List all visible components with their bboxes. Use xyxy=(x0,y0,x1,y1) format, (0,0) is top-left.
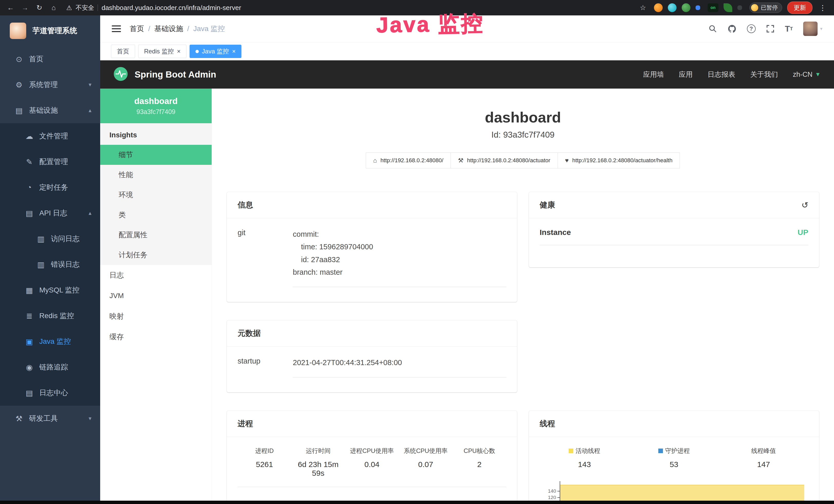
language-select[interactable]: zh-CN ▼ xyxy=(793,71,821,78)
sidebar-item-redis-monitor[interactable]: ≣ Redis 监控 xyxy=(0,303,100,329)
history-icon[interactable]: ↺ xyxy=(802,200,808,210)
sidebar-item-home[interactable]: ⊙ 首页 xyxy=(0,46,100,72)
sidebar-item-error-logs[interactable]: ▥ 错误日志 xyxy=(0,252,100,277)
legend-cell: 守护进程 53 xyxy=(629,447,719,469)
sidebar-item-api-logs[interactable]: ▤ API 日志 ▴ xyxy=(0,200,100,226)
back-icon[interactable]: ← xyxy=(5,2,17,14)
sba-item-details[interactable]: 细节 xyxy=(100,145,212,165)
tab-label: 首页 xyxy=(117,47,129,55)
sidebar-item-mysql-monitor[interactable]: ▦ MySQL 监控 xyxy=(0,277,100,303)
sidebar-item-tracing[interactable]: ◉ 链路追踪 xyxy=(0,354,100,380)
nav-item-about[interactable]: 关于我们 xyxy=(750,70,778,79)
sba-item-performance[interactable]: 性能 xyxy=(100,165,212,185)
breadcrumb-item[interactable]: 首页 xyxy=(130,24,144,33)
breadcrumb-item[interactable]: 基础设施 xyxy=(154,24,183,33)
search-icon[interactable] xyxy=(708,24,717,33)
sba-item-jvm[interactable]: JVM xyxy=(100,285,212,306)
app-logo[interactable]: 芋道管理系统 xyxy=(0,16,100,46)
nav-item-journal[interactable]: 日志报表 xyxy=(708,70,736,79)
extensions-puzzle-icon[interactable] xyxy=(738,5,742,10)
topbar: 首页 / 基础设施 / Java 监控 ? xyxy=(100,16,834,42)
sba-item-classes[interactable]: 类 xyxy=(100,205,212,225)
sidebar-item-infrastructure[interactable]: ▤ 基础设施 ▴ xyxy=(0,97,100,123)
tag-tabbar: 首页 Redis 监控 × Java 监控 × xyxy=(100,42,834,60)
github-icon[interactable] xyxy=(727,24,737,33)
chevron-down-icon: ▾ xyxy=(820,26,822,31)
window-bottom-edge xyxy=(0,501,834,504)
tick-mark xyxy=(557,497,560,498)
sba-item-logs[interactable]: 日志 xyxy=(100,265,212,285)
database-grid-icon: ▦ xyxy=(24,286,34,295)
card-body: 进程ID 5261 运行时间 6d 23h 15m 59s 进程CPU使用率 xyxy=(227,437,517,502)
sidebar-item-file-mgmt[interactable]: ☁ 文件管理 xyxy=(0,123,100,149)
sba-item-scheduled-tasks[interactable]: 计划任务 xyxy=(100,245,212,265)
paused-label: 已暂停 xyxy=(761,4,778,12)
sidebar-item-label: 基础设施 xyxy=(29,106,58,115)
extension-on-badge[interactable]: on xyxy=(708,3,719,12)
extension-icon[interactable] xyxy=(696,5,700,10)
sidebar-item-system-mgmt[interactable]: ⚙ 系统管理 ▾ xyxy=(0,72,100,97)
sidebar-item-access-logs[interactable]: ▥ 访问日志 xyxy=(0,226,100,252)
document-icon: ▥ xyxy=(36,234,46,244)
sidebar-item-label: 访问日志 xyxy=(51,234,80,244)
instance-header[interactable]: dashboard 93a3fc7f7409 xyxy=(100,89,212,123)
nav-item-applications[interactable]: 应用 xyxy=(679,70,693,79)
user-menu[interactable]: ▾ xyxy=(803,22,822,36)
update-button[interactable]: 更新 xyxy=(787,2,812,14)
extension-icon[interactable] xyxy=(668,3,677,12)
link-url: http://192.168.0.2:48080/actuator xyxy=(467,157,550,164)
tick-mark xyxy=(557,491,560,491)
forward-icon[interactable]: → xyxy=(19,2,31,14)
tab-home[interactable]: 首页 xyxy=(111,45,135,58)
hamburger-icon[interactable] xyxy=(112,25,121,32)
health-link[interactable]: ♥ http://192.168.0.2:48080/actuator/heal… xyxy=(557,153,680,168)
sba-item-config-properties[interactable]: 配置属性 xyxy=(100,225,212,245)
sidebar-item-log-center[interactable]: ▤ 日志中心 xyxy=(0,380,100,406)
nav-item-wallboard[interactable]: 应用墙 xyxy=(643,70,664,79)
extension-icon[interactable] xyxy=(654,3,663,12)
info-key: git xyxy=(238,228,293,287)
address-bar[interactable]: ⚠ 不安全 dashboard.yudao.iocoder.cn/infra/a… xyxy=(66,4,634,12)
sidebar-item-scheduled-jobs[interactable]: ◔ 定时任务 xyxy=(0,175,100,200)
sidebar-item-config-mgmt[interactable]: ✎ 配置管理 xyxy=(0,149,100,175)
extension-icon[interactable] xyxy=(682,3,690,12)
sidebar-item-dev-tools[interactable]: ⚒ 研发工具 ▾ xyxy=(0,406,100,431)
legend-value: 143 xyxy=(540,460,629,469)
document-icon: ▤ xyxy=(24,388,34,397)
sba-item-caches[interactable]: 缓存 xyxy=(100,327,212,347)
instance-root-link[interactable]: ⌂ http://192.168.0.2:48080/ xyxy=(366,153,451,168)
app-window: 芋道管理系统 ⊙ 首页 ⚙ 系统管理 ▾ ▤ 基础设施 ▴ ☁ 文件管理 ✎ xyxy=(0,16,834,504)
help-icon[interactable]: ? xyxy=(747,24,756,33)
sidebar-item-java-monitor[interactable]: ▣ Java 监控 xyxy=(0,329,100,354)
close-icon[interactable]: × xyxy=(232,48,236,54)
bookmark-star-icon[interactable]: ☆ xyxy=(637,2,649,14)
sba-item-mappings[interactable]: 映射 xyxy=(100,306,212,327)
link-url: http://192.168.0.2:48080/actuator/health xyxy=(572,157,673,164)
page-title: dashboard xyxy=(227,109,819,126)
document-icon: ▤ xyxy=(24,209,34,218)
kebab-menu-icon[interactable]: ⋮ xyxy=(817,4,828,12)
instance-links: ⌂ http://192.168.0.2:48080/ ⚒ http://192… xyxy=(227,153,819,168)
tab-java-monitor[interactable]: Java 监控 × xyxy=(190,45,241,58)
actuator-link[interactable]: ⚒ http://192.168.0.2:48080/actuator xyxy=(451,153,558,168)
card-title-text: 健康 xyxy=(540,200,555,210)
font-size-icon[interactable] xyxy=(785,24,793,33)
close-icon[interactable]: × xyxy=(177,48,180,54)
logo-image xyxy=(10,23,26,39)
cloud-icon: ☁ xyxy=(24,132,34,141)
threads-legend: 活动线程 143 守护进程 53 线程峰值 14 xyxy=(540,447,808,469)
fullscreen-icon[interactable] xyxy=(766,24,775,33)
metric-cell: 进程ID 5261 xyxy=(238,447,291,478)
sba-main: dashboard Id: 93a3fc7f7409 ⌂ http://192.… xyxy=(212,89,834,504)
home-icon[interactable]: ⌂ xyxy=(48,2,60,14)
language-label: zh-CN xyxy=(793,71,813,78)
tab-redis-monitor[interactable]: Redis 监控 × xyxy=(138,45,186,58)
security-label: 不安全 xyxy=(75,4,94,12)
metric-value: 0.04 xyxy=(345,460,399,469)
eye-icon: ◉ xyxy=(24,363,34,372)
tab-label: Java 监控 xyxy=(202,47,229,55)
refresh-icon[interactable]: ↻ xyxy=(34,2,45,14)
extension-icon[interactable] xyxy=(724,3,732,12)
profile-paused-badge[interactable]: 已暂停 xyxy=(749,3,782,13)
sba-item-environment[interactable]: 环境 xyxy=(100,185,212,205)
